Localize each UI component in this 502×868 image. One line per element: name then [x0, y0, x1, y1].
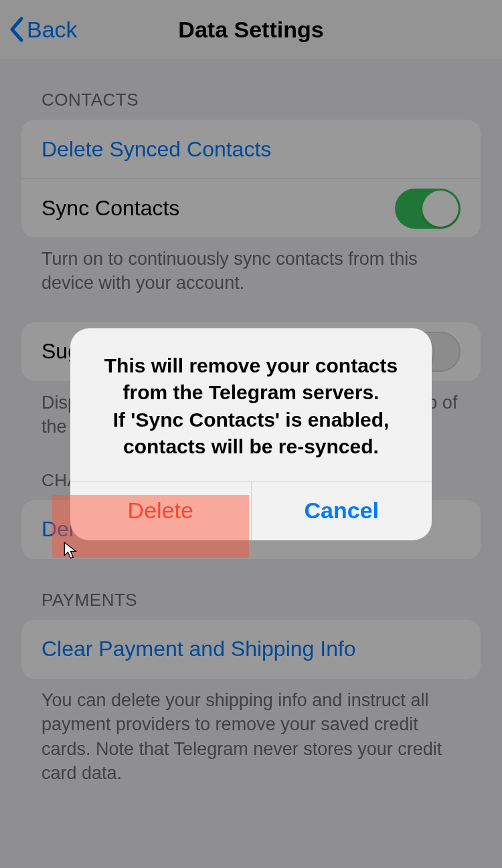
modal-overlay: This will remove your contacts from the … — [0, 0, 502, 868]
alert-cancel-button[interactable]: Cancel — [251, 481, 432, 540]
alert-message-1: This will remove your contacts from the … — [90, 352, 412, 407]
alert-cancel-label: Cancel — [305, 498, 380, 524]
alert-message-2: If 'Sync Contacts' is enabled, contacts … — [90, 407, 412, 461]
alert-delete-button[interactable]: Delete — [70, 481, 251, 540]
alert-delete-label: Delete — [128, 498, 193, 524]
alert-body: This will remove your contacts from the … — [70, 328, 432, 481]
confirm-alert: This will remove your contacts from the … — [70, 328, 432, 540]
